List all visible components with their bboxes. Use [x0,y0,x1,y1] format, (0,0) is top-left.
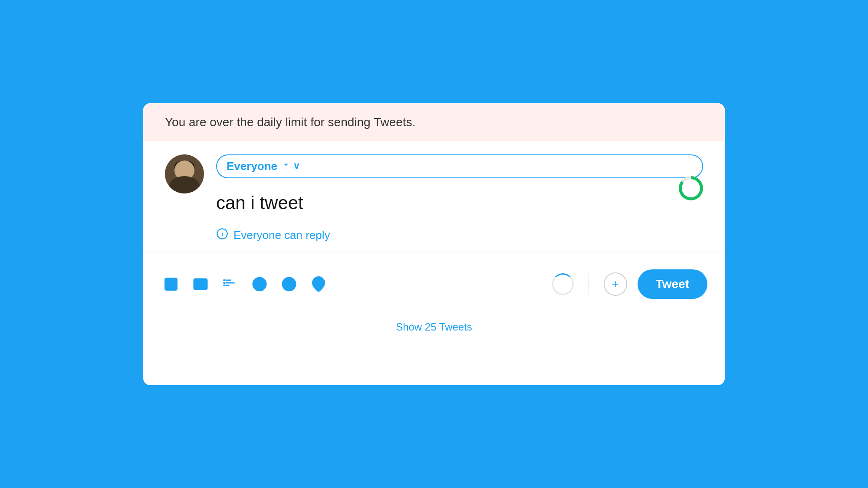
tweet-button[interactable]: Tweet [638,269,707,299]
error-banner: You are over the daily limit for sending… [143,103,725,141]
add-thread-label: + [612,277,619,291]
gif-icon[interactable]: GIF [190,274,211,295]
tweet-text-content[interactable]: can i tweet [216,187,703,219]
svg-point-10 [223,282,225,284]
compose-right: Everyone ∨ can i tweet i [216,154,703,243]
compose-area: Everyone ∨ can i tweet i [143,141,725,243]
add-thread-button[interactable]: + [604,272,627,296]
image-icon[interactable] [161,274,181,295]
svg-text:GIF: GIF [196,282,205,288]
bottom-section: Show 25 Tweets [143,312,725,342]
audience-label: Everyone [227,160,277,173]
toolbar: GIF [143,261,725,312]
toolbar-vertical-divider [589,273,589,295]
toolbar-right: + Tweet [552,269,707,299]
reply-permission-icon: i [216,228,228,243]
reply-permission[interactable]: i Everyone can reply [216,228,703,243]
schedule-icon[interactable] [279,274,299,295]
avatar-body [169,176,200,193]
character-counter [679,176,703,200]
loading-spinner [552,273,574,295]
error-banner-text: You are over the daily limit for sending… [165,115,415,129]
svg-point-11 [223,285,225,287]
chevron-down-icon: ∨ [282,160,300,172]
character-counter-inner [682,179,700,197]
compose-modal: You are over the daily limit for sending… [143,103,725,385]
avatar [165,154,204,193]
toolbar-icons: GIF [161,274,552,295]
svg-point-16 [317,281,321,285]
emoji-icon[interactable] [249,274,270,295]
svg-text:i: i [221,230,223,238]
svg-point-9 [223,279,225,282]
location-icon[interactable] [308,274,329,295]
poll-icon[interactable] [220,274,240,295]
audience-selector[interactable]: Everyone ∨ [216,154,703,178]
svg-point-3 [168,281,170,283]
show-more-text[interactable]: Show 25 Tweets [396,321,472,333]
reply-permission-label: Everyone can reply [233,229,330,242]
compose-divider [143,252,725,252]
svg-point-12 [253,278,266,291]
